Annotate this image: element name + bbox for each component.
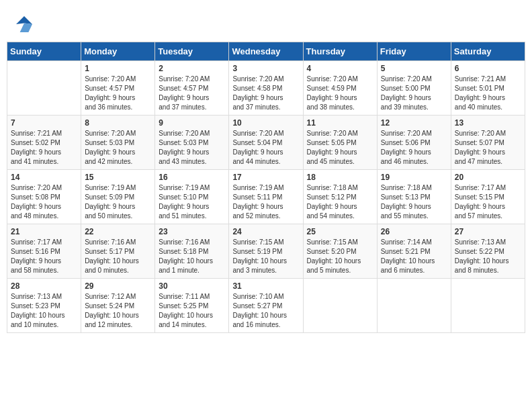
day-number: 28 xyxy=(11,281,77,291)
calendar-cell: 3Sunrise: 7:20 AM Sunset: 4:58 PM Daylig… xyxy=(229,61,303,116)
day-number: 24 xyxy=(232,227,299,236)
calendar-cell: 22Sunrise: 7:16 AM Sunset: 5:17 PM Dayli… xyxy=(81,224,155,279)
calendar-cell: 16Sunrise: 7:19 AM Sunset: 5:10 PM Dayli… xyxy=(155,170,229,224)
calendar-cell: 23Sunrise: 7:16 AM Sunset: 5:18 PM Dayli… xyxy=(155,224,229,279)
day-info: Sunrise: 7:20 AM Sunset: 5:03 PM Dayligh… xyxy=(159,129,225,167)
day-info: Sunrise: 7:15 AM Sunset: 5:19 PM Dayligh… xyxy=(232,238,299,275)
day-header-wednesday: Wednesday xyxy=(229,42,303,61)
calendar-week-row: 21Sunrise: 7:17 AM Sunset: 5:16 PM Dayli… xyxy=(7,224,525,279)
calendar-cell: 4Sunrise: 7:20 AM Sunset: 4:59 PM Daylig… xyxy=(303,61,377,116)
day-info: Sunrise: 7:13 AM Sunset: 5:23 PM Dayligh… xyxy=(11,292,77,330)
day-info: Sunrise: 7:20 AM Sunset: 5:04 PM Dayligh… xyxy=(232,129,299,167)
day-info: Sunrise: 7:20 AM Sunset: 5:00 PM Dayligh… xyxy=(381,75,447,112)
calendar-cell xyxy=(7,61,81,116)
day-number: 26 xyxy=(381,227,447,236)
day-number: 16 xyxy=(159,173,225,182)
logo-icon xyxy=(13,13,35,35)
day-info: Sunrise: 7:17 AM Sunset: 5:15 PM Dayligh… xyxy=(455,183,521,221)
calendar-week-row: 7Sunrise: 7:21 AM Sunset: 5:02 PM Daylig… xyxy=(7,116,525,170)
calendar-cell: 12Sunrise: 7:20 AM Sunset: 5:06 PM Dayli… xyxy=(377,116,451,170)
day-info: Sunrise: 7:19 AM Sunset: 5:10 PM Dayligh… xyxy=(159,183,225,221)
calendar-cell: 27Sunrise: 7:13 AM Sunset: 5:22 PM Dayli… xyxy=(451,224,525,279)
day-header-saturday: Saturday xyxy=(451,42,525,61)
calendar-cell: 14Sunrise: 7:20 AM Sunset: 5:08 PM Dayli… xyxy=(7,170,81,224)
day-number: 23 xyxy=(159,227,225,236)
page-header xyxy=(7,7,525,38)
day-number: 2 xyxy=(159,64,225,73)
day-number: 1 xyxy=(85,64,151,73)
day-info: Sunrise: 7:20 AM Sunset: 4:57 PM Dayligh… xyxy=(159,75,225,112)
day-number: 20 xyxy=(455,173,521,182)
calendar-cell: 7Sunrise: 7:21 AM Sunset: 5:02 PM Daylig… xyxy=(7,116,81,170)
calendar-cell: 29Sunrise: 7:12 AM Sunset: 5:24 PM Dayli… xyxy=(81,279,155,333)
day-info: Sunrise: 7:19 AM Sunset: 5:11 PM Dayligh… xyxy=(232,183,299,221)
day-number: 13 xyxy=(455,118,521,128)
calendar-cell: 20Sunrise: 7:17 AM Sunset: 5:15 PM Dayli… xyxy=(451,170,525,224)
calendar-cell: 15Sunrise: 7:19 AM Sunset: 5:09 PM Dayli… xyxy=(81,170,155,224)
day-number: 30 xyxy=(159,281,225,291)
day-info: Sunrise: 7:21 AM Sunset: 5:01 PM Dayligh… xyxy=(455,75,521,112)
day-info: Sunrise: 7:15 AM Sunset: 5:20 PM Dayligh… xyxy=(307,238,373,275)
calendar-cell: 30Sunrise: 7:11 AM Sunset: 5:25 PM Dayli… xyxy=(155,279,229,333)
calendar-cell: 24Sunrise: 7:15 AM Sunset: 5:19 PM Dayli… xyxy=(229,224,303,279)
day-info: Sunrise: 7:20 AM Sunset: 4:58 PM Dayligh… xyxy=(232,75,299,112)
day-number: 8 xyxy=(85,118,151,128)
calendar-week-row: 14Sunrise: 7:20 AM Sunset: 5:08 PM Dayli… xyxy=(7,170,525,224)
day-info: Sunrise: 7:11 AM Sunset: 5:25 PM Dayligh… xyxy=(159,292,225,330)
day-header-tuesday: Tuesday xyxy=(155,42,229,61)
day-number: 27 xyxy=(455,227,521,236)
day-info: Sunrise: 7:20 AM Sunset: 5:05 PM Dayligh… xyxy=(307,129,373,167)
day-number: 22 xyxy=(85,227,151,236)
logo xyxy=(13,13,38,35)
day-header-friday: Friday xyxy=(377,42,451,61)
day-info: Sunrise: 7:18 AM Sunset: 5:13 PM Dayligh… xyxy=(381,183,447,221)
day-number: 18 xyxy=(307,173,373,182)
day-info: Sunrise: 7:16 AM Sunset: 5:17 PM Dayligh… xyxy=(85,238,151,275)
day-number: 31 xyxy=(232,281,299,291)
day-number: 11 xyxy=(307,118,373,128)
day-number: 14 xyxy=(11,173,77,182)
calendar-cell: 17Sunrise: 7:19 AM Sunset: 5:11 PM Dayli… xyxy=(229,170,303,224)
calendar-week-row: 28Sunrise: 7:13 AM Sunset: 5:23 PM Dayli… xyxy=(7,279,525,333)
calendar-cell: 31Sunrise: 7:10 AM Sunset: 5:27 PM Dayli… xyxy=(229,279,303,333)
calendar-cell: 10Sunrise: 7:20 AM Sunset: 5:04 PM Dayli… xyxy=(229,116,303,170)
calendar-cell xyxy=(451,279,525,333)
calendar-cell: 28Sunrise: 7:13 AM Sunset: 5:23 PM Dayli… xyxy=(7,279,81,333)
calendar-cell: 11Sunrise: 7:20 AM Sunset: 5:05 PM Dayli… xyxy=(303,116,377,170)
calendar-cell xyxy=(303,279,377,333)
day-number: 9 xyxy=(159,118,225,128)
day-info: Sunrise: 7:20 AM Sunset: 5:03 PM Dayligh… xyxy=(85,129,151,167)
calendar-cell xyxy=(377,279,451,333)
day-info: Sunrise: 7:17 AM Sunset: 5:16 PM Dayligh… xyxy=(11,238,77,275)
svg-marker-0 xyxy=(16,16,32,24)
calendar-cell: 5Sunrise: 7:20 AM Sunset: 5:00 PM Daylig… xyxy=(377,61,451,116)
day-header-monday: Monday xyxy=(81,42,155,61)
day-number: 10 xyxy=(232,118,299,128)
day-info: Sunrise: 7:20 AM Sunset: 4:59 PM Dayligh… xyxy=(307,75,373,112)
day-info: Sunrise: 7:20 AM Sunset: 5:07 PM Dayligh… xyxy=(455,129,521,167)
day-number: 21 xyxy=(11,227,77,236)
day-info: Sunrise: 7:20 AM Sunset: 5:08 PM Dayligh… xyxy=(11,183,77,221)
day-info: Sunrise: 7:20 AM Sunset: 5:06 PM Dayligh… xyxy=(381,129,447,167)
calendar-table: SundayMondayTuesdayWednesdayThursdayFrid… xyxy=(7,42,525,333)
calendar-cell: 8Sunrise: 7:20 AM Sunset: 5:03 PM Daylig… xyxy=(81,116,155,170)
day-number: 5 xyxy=(381,64,447,73)
day-number: 12 xyxy=(381,118,447,128)
calendar-week-row: 1Sunrise: 7:20 AM Sunset: 4:57 PM Daylig… xyxy=(7,61,525,116)
day-number: 15 xyxy=(85,173,151,182)
day-header-thursday: Thursday xyxy=(303,42,377,61)
day-info: Sunrise: 7:18 AM Sunset: 5:12 PM Dayligh… xyxy=(307,183,373,221)
day-info: Sunrise: 7:13 AM Sunset: 5:22 PM Dayligh… xyxy=(455,238,521,275)
day-info: Sunrise: 7:16 AM Sunset: 5:18 PM Dayligh… xyxy=(159,238,225,275)
day-info: Sunrise: 7:19 AM Sunset: 5:09 PM Dayligh… xyxy=(85,183,151,221)
day-info: Sunrise: 7:12 AM Sunset: 5:24 PM Dayligh… xyxy=(85,292,151,330)
calendar-cell: 1Sunrise: 7:20 AM Sunset: 4:57 PM Daylig… xyxy=(81,61,155,116)
day-number: 3 xyxy=(232,64,299,73)
calendar-cell: 6Sunrise: 7:21 AM Sunset: 5:01 PM Daylig… xyxy=(451,61,525,116)
day-info: Sunrise: 7:14 AM Sunset: 5:21 PM Dayligh… xyxy=(381,238,447,275)
calendar-cell: 19Sunrise: 7:18 AM Sunset: 5:13 PM Dayli… xyxy=(377,170,451,224)
calendar-cell: 25Sunrise: 7:15 AM Sunset: 5:20 PM Dayli… xyxy=(303,224,377,279)
day-number: 6 xyxy=(455,64,521,73)
calendar-cell: 13Sunrise: 7:20 AM Sunset: 5:07 PM Dayli… xyxy=(451,116,525,170)
day-number: 7 xyxy=(11,118,77,128)
